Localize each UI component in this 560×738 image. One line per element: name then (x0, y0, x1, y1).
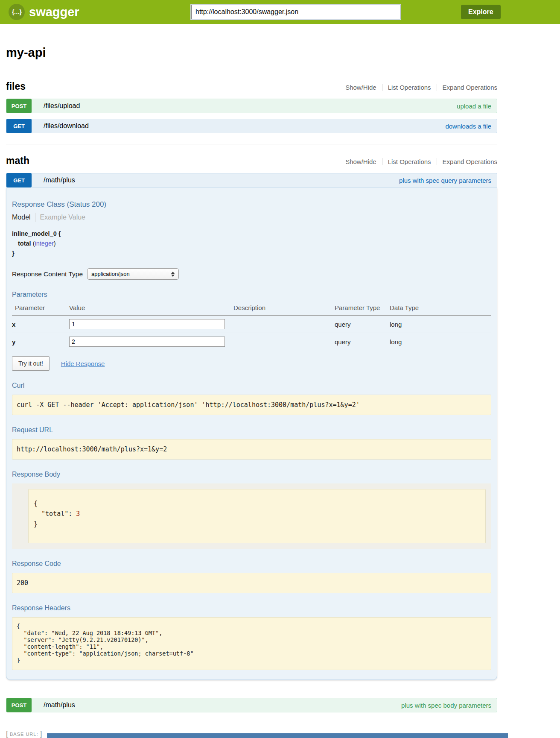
model-signature: inline_model_0 { total (integer) } (12, 230, 491, 257)
response-headers-block: { "date": "Wed, 22 Aug 2018 18:49:13 GMT… (12, 617, 491, 670)
operation-row-post-math-plus[interactable]: POST /math/plus plus with spec body para… (6, 698, 497, 712)
operation-summary: plus with spec query parameters (399, 177, 491, 184)
response-content-type-label: Response Content Type (12, 270, 83, 278)
swagger-logo-icon: {…} (9, 4, 25, 20)
parameters-heading: Parameters (12, 291, 491, 299)
json-number-value: 3 (76, 510, 80, 518)
parameter-type-value: query (335, 316, 390, 333)
brand-title: swagger (29, 5, 79, 19)
request-url-heading: Request URL (12, 426, 491, 434)
expanded-operation-get-math-plus: GET /math/plus plus with spec query para… (6, 173, 497, 680)
response-class-heading: Response Class (Status 200) (12, 200, 491, 209)
operation-row-get-math-plus[interactable]: GET /math/plus plus with spec query para… (6, 173, 497, 187)
parameter-row-y: y query long (12, 333, 491, 351)
property-type: integer (35, 240, 53, 247)
content-wrap: my-api files Show/Hide List Operations E… (6, 46, 497, 738)
parameters-header-row: Parameter Value Description Parameter Ty… (12, 302, 491, 316)
request-url-block: http://localhost:3000/math/plus?x=1&y=2 (12, 439, 491, 460)
select-arrows-icon (171, 272, 175, 277)
bottom-bar (47, 733, 508, 738)
model-closing-brace: } (12, 250, 491, 257)
operation-path-link[interactable]: /files/upload (44, 102, 80, 110)
top-bar: {…} swagger Explore (0, 0, 560, 24)
parameter-type-value: query (335, 333, 390, 351)
post-method-badge: POST (6, 99, 32, 113)
hide-response-link[interactable]: Hide Response (61, 360, 105, 367)
list-operations-link[interactable]: List Operations (382, 84, 437, 91)
try-it-out-row: Try it out! Hide Response (12, 356, 491, 371)
curl-heading: Curl (12, 382, 491, 390)
spec-url-input[interactable] (191, 5, 400, 19)
parameter-row-x: x query long (12, 316, 491, 333)
response-content-type-select[interactable]: application/json (87, 268, 179, 280)
response-code-heading: Response Code (12, 560, 491, 568)
model-declaration: inline_model_0 { (12, 230, 491, 237)
col-description: Description (233, 302, 335, 316)
operation-summary: upload a file (457, 102, 491, 110)
parameter-name: y (12, 333, 69, 351)
operation-detail-panel: Response Class (Status 200) Model Exampl… (6, 187, 497, 680)
col-parameter: Parameter (12, 302, 69, 316)
tab-example-value[interactable]: Example Value (35, 214, 85, 221)
footer-open-bracket: [ (6, 729, 8, 738)
operation-path-link[interactable]: /math/plus (44, 701, 75, 709)
files-section-links: Show/Hide List Operations Expand Operati… (340, 84, 497, 91)
model-tabs: Model Example Value (12, 213, 491, 222)
show-hide-link[interactable]: Show/Hide (340, 84, 382, 91)
col-parameter-type: Parameter Type (335, 302, 390, 316)
section-divider (6, 144, 497, 144)
tab-model[interactable]: Model (12, 214, 35, 221)
response-body-json: { "total": 3 } (28, 489, 486, 543)
get-method-badge: GET (6, 173, 32, 187)
expand-operations-link[interactable]: Expand Operations (437, 158, 497, 165)
base-url-label: BASE URL: (10, 732, 38, 737)
math-section-title[interactable]: math (6, 155, 29, 167)
show-hide-link[interactable]: Show/Hide (340, 158, 382, 165)
operation-path-link[interactable]: /files/download (44, 122, 89, 130)
operation-row-get-files-download[interactable]: GET /files/download downloads a file (6, 119, 497, 133)
explore-button[interactable]: Explore (461, 5, 501, 19)
math-section-header: math Show/Hide List Operations Expand Op… (6, 155, 497, 167)
operation-path-link[interactable]: /math/plus (44, 176, 75, 184)
response-headers-heading: Response Headers (12, 604, 491, 612)
api-title: my-api (6, 46, 497, 60)
math-section-links: Show/Hide List Operations Expand Operati… (340, 158, 497, 165)
operation-summary: plus with spec body parameters (401, 702, 491, 709)
get-method-badge: GET (6, 119, 32, 133)
selected-content-type: application/json (91, 271, 130, 277)
parameter-description (233, 316, 335, 333)
parameters-table: Parameter Value Description Parameter Ty… (12, 302, 491, 350)
operation-summary: downloads a file (445, 123, 491, 130)
model-property: total (integer) (18, 240, 491, 247)
data-type-value: long (390, 316, 491, 333)
response-body-container: { "total": 3 } (12, 483, 491, 549)
response-code-block: 200 (12, 573, 491, 593)
files-section-header: files Show/Hide List Operations Expand O… (6, 81, 497, 92)
parameter-y-input[interactable] (69, 337, 225, 347)
parameter-x-input[interactable] (69, 319, 225, 329)
parameter-name: x (12, 316, 69, 333)
footer-close-bracket: ] (40, 729, 42, 738)
try-it-out-button[interactable]: Try it out! (12, 356, 50, 371)
parameter-description (233, 333, 335, 351)
col-value: Value (69, 302, 233, 316)
files-section-title[interactable]: files (6, 81, 26, 92)
curl-command-block: curl -X GET --header 'Accept: applicatio… (12, 395, 491, 415)
data-type-value: long (390, 333, 491, 351)
response-content-type-row: Response Content Type application/json (12, 268, 491, 280)
post-method-badge: POST (6, 698, 32, 712)
response-body-heading: Response Body (12, 471, 491, 478)
operation-row-post-files-upload[interactable]: POST /files/upload upload a file (6, 99, 497, 113)
col-data-type: Data Type (390, 302, 491, 316)
list-operations-link[interactable]: List Operations (382, 158, 437, 165)
expand-operations-link[interactable]: Expand Operations (437, 84, 497, 91)
swagger-brand-link[interactable]: {…} swagger (9, 4, 79, 20)
